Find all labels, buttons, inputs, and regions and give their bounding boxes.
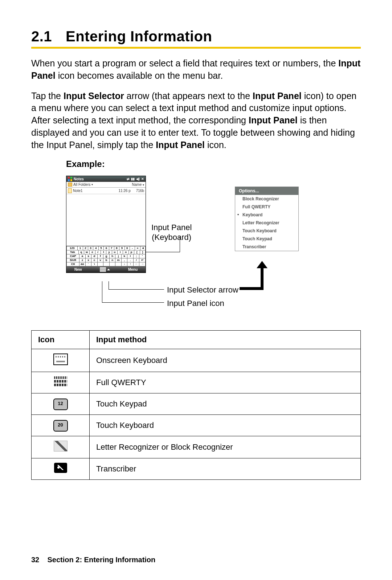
keyboard-key[interactable]: e: [90, 250, 95, 254]
method-icon-cell: [32, 372, 90, 393]
keyboard-key[interactable]: áü: [79, 262, 86, 266]
keyboard-key[interactable]: g: [103, 254, 110, 258]
keyboard-key[interactable]: m: [115, 258, 122, 262]
keyboard-key[interactable]: →: [139, 262, 146, 266]
keyboard-key[interactable]: Tab: [66, 250, 79, 254]
table-row: 20Touch Keyboard: [32, 415, 361, 436]
keyboard-key[interactable]: =: [135, 246, 140, 250]
keyboard-key[interactable]: 4: [93, 246, 98, 250]
input-method-option[interactable]: Touch Keyboard: [235, 227, 298, 235]
method-icon-cell: [32, 436, 90, 458]
keyboard-key[interactable]: -: [130, 246, 135, 250]
keyboard-key[interactable]: /: [134, 258, 140, 262]
method-label: Onscreen Keyboard: [90, 349, 361, 372]
transcriber-icon: [54, 463, 67, 473]
keyboard-key[interactable]: ]: [140, 250, 146, 254]
menu-button[interactable]: Menu: [128, 267, 138, 271]
keyboard-key[interactable]: d: [91, 254, 98, 258]
connector-line: [109, 289, 164, 290]
keyboard-key[interactable]: 8: [114, 246, 119, 250]
keyboard-key[interactable]: 5: [99, 246, 104, 250]
keyboard-key[interactable]: z: [79, 258, 86, 262]
keyboard-key[interactable]: y: [106, 250, 112, 254]
connector-line: [180, 236, 180, 252]
keyboard-key[interactable]: ↵: [139, 258, 146, 262]
options-title[interactable]: Options...: [235, 187, 298, 195]
keyboard-key[interactable]: j: [115, 254, 122, 258]
keyboard-key[interactable]: ,: [122, 258, 128, 262]
table-row: Onscreen Keyboard: [32, 349, 361, 372]
keyboard-key[interactable]: s: [86, 254, 92, 258]
new-button[interactable]: New: [74, 267, 82, 271]
keyboard-key[interactable]: n: [110, 258, 116, 262]
keyboard-key[interactable]: k: [122, 254, 128, 258]
keyboard-key[interactable]: .: [127, 258, 134, 262]
input-method-option[interactable]: Full QWERTY: [235, 203, 298, 211]
keyboard-key[interactable]: Shift: [66, 258, 79, 262]
keyboard-key[interactable]: t: [101, 250, 106, 254]
keyboard-key[interactable]: x: [86, 258, 92, 262]
table-row: 12Touch Keypad: [32, 393, 361, 415]
keyboard-key[interactable]: f: [98, 254, 104, 258]
paragraph-1: When you start a program or select a fie…: [31, 57, 361, 82]
keyboard-key[interactable]: ↓: [122, 262, 128, 266]
keyboard-key[interactable]: q: [79, 250, 84, 254]
keyboard-key[interactable]: ': [139, 254, 146, 258]
keyboard-key[interactable]: ←: [134, 262, 140, 266]
keyboard-key[interactable]: [103, 262, 110, 266]
keyboard-key[interactable]: r: [95, 250, 101, 254]
method-icon-cell: [32, 458, 90, 480]
keyboard-key[interactable]: 2: [83, 246, 88, 250]
keyboard-key[interactable]: \: [91, 262, 98, 266]
input-selector-arrow-icon[interactable]: [107, 269, 110, 270]
device-titlebar: Notes ⇄ ▮▮ ◀) ✕: [66, 176, 146, 182]
keyboard-key[interactable]: 3: [88, 246, 93, 250]
folder-bar: All Folders ▾ Name ▾: [66, 182, 146, 188]
input-panel-icon[interactable]: [100, 267, 106, 272]
input-method-option[interactable]: Block Recognizer: [235, 195, 298, 203]
keyboard-key[interactable]: 6: [104, 246, 109, 250]
keyboard-key[interactable]: l: [127, 254, 134, 258]
pen-icon: [54, 441, 68, 452]
keyboard-key[interactable]: i: [118, 250, 123, 254]
keyboard-key[interactable]: [110, 262, 116, 266]
table-row: Letter Recognizer or Block Recognizer: [32, 436, 361, 458]
connector-line: [102, 281, 102, 302]
keyboard-key[interactable]: 123: [66, 246, 78, 250]
keyboard-key[interactable]: 1: [78, 246, 83, 250]
keyboard-key[interactable]: a: [79, 254, 86, 258]
keyboard-key[interactable]: Ctl: [66, 262, 79, 266]
keyboard-key[interactable]: b: [103, 258, 110, 262]
input-method-option[interactable]: Letter Recognizer: [235, 219, 298, 227]
note-list-empty: [66, 194, 146, 246]
sync-icon: ⇄: [127, 177, 130, 181]
method-label: Touch Keyboard: [90, 415, 361, 436]
keyboard-key[interactable]: `: [86, 262, 92, 266]
keyboard-key[interactable]: ;: [134, 254, 140, 258]
input-method-option[interactable]: Keyboard: [235, 211, 298, 219]
keyboard-key[interactable]: u: [112, 250, 118, 254]
keyboard-key[interactable]: 9: [119, 246, 124, 250]
keyboard-key[interactable]: 0: [125, 246, 130, 250]
input-method-option[interactable]: Transcriber: [235, 243, 298, 251]
keyboard-key[interactable]: [: [134, 250, 140, 254]
input-method-menu: Options... Block RecognizerFull QWERTYKe…: [235, 187, 299, 251]
keyboard-key[interactable]: [98, 262, 104, 266]
keyboard-key[interactable]: 7: [109, 246, 114, 250]
keyboard-key[interactable]: w: [84, 250, 90, 254]
callout-input-selector-arrow: Input Selector arrow: [167, 285, 238, 295]
input-method-option[interactable]: Touch Keypad: [235, 235, 298, 243]
note-size: 716b: [136, 189, 144, 193]
keyboard-key[interactable]: ↑: [127, 262, 134, 266]
keyboard-key[interactable]: ◄: [140, 246, 146, 250]
keyboard-key[interactable]: v: [98, 258, 104, 262]
keyboard-key[interactable]: [115, 262, 122, 266]
keyboard-key[interactable]: p: [129, 250, 134, 254]
keyboard-key[interactable]: CAP: [66, 254, 79, 258]
name-column-label: Name ▾: [132, 183, 144, 187]
keyboard-key[interactable]: h: [110, 254, 116, 258]
keyboard-key[interactable]: c: [91, 258, 98, 262]
connector-line: [102, 302, 164, 303]
method-label: Full QWERTY: [90, 372, 361, 393]
keyboard-key[interactable]: o: [123, 250, 128, 254]
